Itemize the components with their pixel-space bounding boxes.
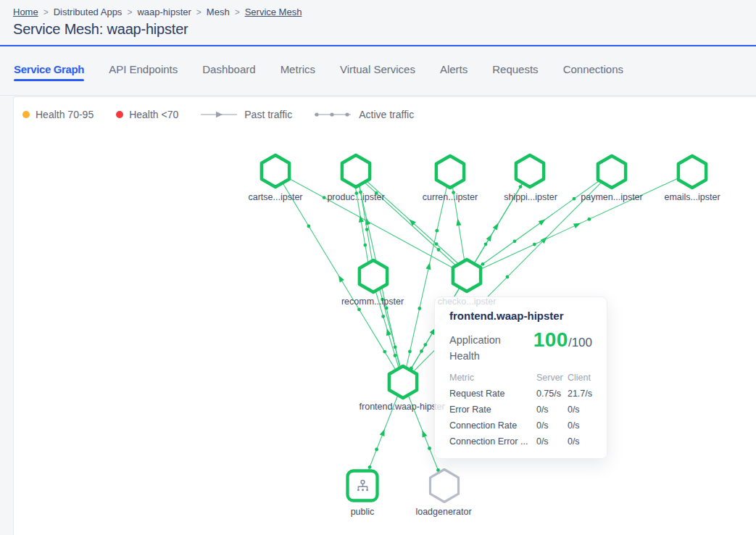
svg-text:recomm...ipster: recomm...ipster	[341, 296, 404, 307]
svg-text:curren...ipster: curren...ipster	[423, 192, 478, 202]
svg-text:cartse...ipster: cartse...ipster	[248, 192, 302, 202]
svg-text:public: public	[351, 507, 375, 517]
svg-text:emails...ipster: emails...ipster	[664, 192, 720, 202]
svg-text:loadgenerator: loadgenerator	[415, 507, 471, 517]
svg-text:shippi...ipster: shippi...ipster	[504, 192, 557, 202]
svg-text:paymen...ipster: paymen...ipster	[581, 192, 642, 202]
svg-text:produc...ipster: produc...ipster	[327, 192, 384, 202]
